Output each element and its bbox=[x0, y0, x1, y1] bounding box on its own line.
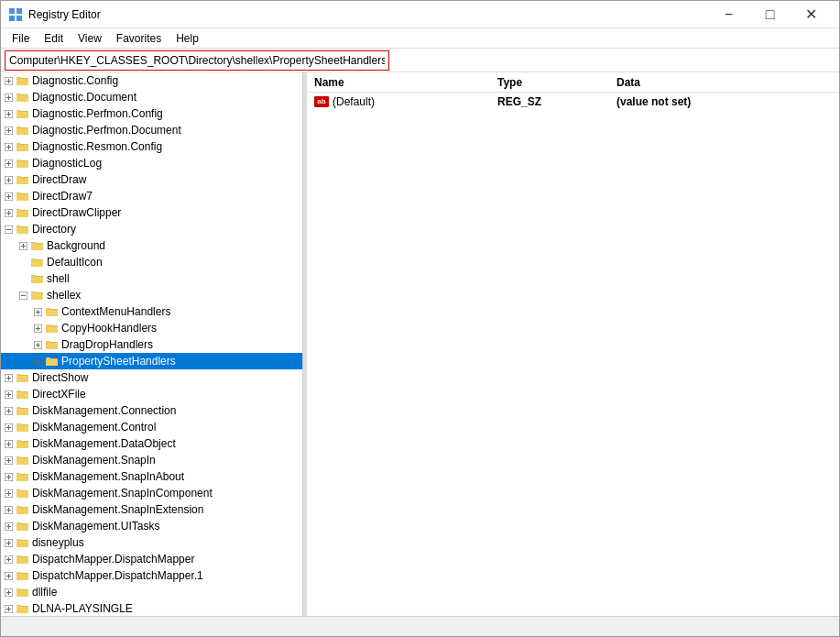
menu-item-view[interactable]: View bbox=[71, 30, 109, 47]
tree-label-diag-config: Diagnostic.Config bbox=[32, 74, 118, 87]
expand-btn-diskmanage-snapinext[interactable] bbox=[1, 502, 16, 517]
svg-rect-109 bbox=[16, 376, 28, 382]
expand-btn-background[interactable] bbox=[16, 238, 30, 253]
expand-btn-propertysheet[interactable] bbox=[30, 354, 45, 368]
detail-row[interactable]: ab(Default)REG_SZ(value not set) bbox=[307, 93, 839, 111]
expand-btn-diskmanage-data[interactable] bbox=[1, 436, 16, 451]
svg-rect-45 bbox=[16, 178, 28, 184]
folder-icon-diag-config bbox=[16, 74, 30, 87]
expand-btn-diag-doc[interactable] bbox=[1, 90, 16, 104]
tree-item-directory[interactable]: Directory bbox=[1, 221, 302, 237]
tree-item-dlna[interactable]: DLNA-PLAYSINGLE bbox=[1, 600, 302, 616]
tree-item-copyhook[interactable]: CopyHookHandlers bbox=[1, 320, 302, 336]
tree-label-diskmanage-ui: DiskManagement.UITasks bbox=[32, 520, 159, 533]
col-header-type: Type bbox=[497, 76, 616, 89]
expand-btn-directory[interactable] bbox=[1, 222, 16, 236]
tree-item-diskmanage-data[interactable]: DiskManagement.DataObject bbox=[1, 435, 302, 452]
tree-item-diag-doc[interactable]: Diagnostic.Document bbox=[1, 89, 302, 105]
tree-item-diaglog[interactable]: DiagnosticLog bbox=[1, 155, 302, 171]
expand-btn-diskmanage-ctrl[interactable] bbox=[1, 420, 16, 434]
tree-item-disneyplus[interactable]: disneyplus bbox=[1, 534, 302, 551]
tree-item-directdrawclipper[interactable]: DirectDrawClipper bbox=[1, 204, 302, 221]
address-input[interactable] bbox=[5, 50, 389, 71]
col-header-data: Data bbox=[616, 76, 832, 89]
tree-item-defaulticon[interactable]: DefaultIcon bbox=[1, 254, 302, 270]
tree-item-background[interactable]: Background bbox=[1, 237, 302, 254]
svg-rect-21 bbox=[16, 112, 28, 118]
tree-item-diskmanage-snapincomp[interactable]: DiskManagement.SnapInComponent bbox=[1, 485, 302, 501]
folder-icon-dragdrop bbox=[45, 338, 60, 351]
tree-item-diskmanage-ctrl[interactable]: DiskManagement.Control bbox=[1, 419, 302, 435]
tree-item-diag-resmon[interactable]: Diagnostic.Resmon.Config bbox=[1, 138, 302, 155]
folder-icon-diag-resmon bbox=[16, 140, 30, 153]
tree-label-directxfile: DirectXFile bbox=[32, 388, 86, 401]
expand-btn-disneyplus[interactable] bbox=[1, 535, 16, 550]
svg-rect-9 bbox=[16, 79, 28, 85]
svg-rect-187 bbox=[16, 590, 28, 597]
tree-item-directdraw[interactable]: DirectDraw bbox=[1, 171, 302, 188]
menu-item-favorites[interactable]: Favorites bbox=[109, 30, 169, 47]
minimize-button[interactable]: − bbox=[708, 1, 749, 28]
tree-item-directxfile[interactable]: DirectXFile bbox=[1, 386, 302, 402]
tree-label-dragdrop: DragDropHandlers bbox=[61, 338, 153, 351]
tree-item-shellex[interactable]: shellex bbox=[1, 287, 302, 303]
expand-btn-diag-resmon[interactable] bbox=[1, 139, 16, 154]
expand-btn-diskmanage-snapincomp[interactable] bbox=[1, 486, 16, 500]
tree-item-diag-perfmon-doc[interactable]: Diagnostic.Perfmon.Document bbox=[1, 122, 302, 138]
tree-item-dispatch-mapper[interactable]: DispatchMapper.DispatchMapper bbox=[1, 551, 302, 567]
folder-icon-dispatch-mapper bbox=[16, 553, 30, 566]
menu-bar: FileEditViewFavoritesHelp bbox=[1, 28, 839, 49]
expand-btn-diaglog[interactable] bbox=[1, 156, 16, 170]
tree-label-background: Background bbox=[47, 239, 105, 252]
tree-item-diskmanage-snapin[interactable]: DiskManagement.SnapIn bbox=[1, 452, 302, 468]
tree-label-directdrawclipper: DirectDrawClipper bbox=[32, 206, 121, 219]
tree-item-diskmanage-conn[interactable]: DiskManagement.Connection bbox=[1, 402, 302, 419]
maximize-button[interactable]: □ bbox=[749, 1, 791, 28]
tree-item-directdraw7[interactable]: DirectDraw7 bbox=[1, 188, 302, 204]
expand-btn-dllfile[interactable] bbox=[1, 585, 16, 599]
tree-item-diskmanage-ui[interactable]: DiskManagement.UITasks bbox=[1, 518, 302, 534]
tree-label-diskmanage-snapinext: DiskManagement.SnapInExtension bbox=[32, 503, 203, 516]
tree-label-directdraw: DirectDraw bbox=[32, 173, 86, 186]
expand-btn-directshow[interactable] bbox=[1, 370, 16, 385]
expand-btn-diskmanage-ui[interactable] bbox=[1, 519, 16, 533]
close-button[interactable]: ✕ bbox=[791, 1, 832, 28]
tree-item-dispatch-mapper2[interactable]: DispatchMapper.DispatchMapper.1 bbox=[1, 567, 302, 584]
tree-label-dllfile: dllfile bbox=[32, 586, 57, 599]
svg-rect-121 bbox=[16, 409, 28, 415]
svg-rect-39 bbox=[16, 161, 28, 168]
expand-btn-diskmanage-snapin[interactable] bbox=[1, 453, 16, 467]
tree-pane[interactable]: Diagnostic.Config Diagnostic.Document Di… bbox=[1, 72, 303, 616]
tree-item-propertysheet[interactable]: PropertySheetHandlers bbox=[1, 353, 302, 369]
expand-btn-directdraw[interactable] bbox=[1, 172, 16, 187]
expand-btn-diskmanage-conn[interactable] bbox=[1, 403, 16, 418]
tree-item-diag-config[interactable]: Diagnostic.Config bbox=[1, 72, 302, 89]
expand-btn-shellex[interactable] bbox=[16, 288, 30, 302]
expand-btn-dlna[interactable] bbox=[1, 601, 16, 616]
expand-btn-dragdrop[interactable] bbox=[30, 337, 45, 352]
tree-label-dlna: DLNA-PLAYSINGLE bbox=[32, 602, 133, 615]
expand-btn-dispatch-mapper2[interactable] bbox=[1, 568, 16, 583]
expand-btn-contextmenu[interactable] bbox=[30, 304, 45, 319]
expand-btn-dispatch-mapper[interactable] bbox=[1, 552, 16, 566]
menu-item-edit[interactable]: Edit bbox=[37, 30, 71, 47]
tree-item-contextmenu[interactable]: ContextMenuHandlers bbox=[1, 303, 302, 320]
tree-item-dllfile[interactable]: dllfile bbox=[1, 584, 302, 600]
expand-btn-copyhook[interactable] bbox=[30, 321, 45, 335]
expand-btn-diag-perfmon-doc[interactable] bbox=[1, 123, 16, 137]
tree-item-shell[interactable]: shell bbox=[1, 270, 302, 287]
menu-item-help[interactable]: Help bbox=[169, 30, 206, 47]
tree-item-dragdrop[interactable]: DragDropHandlers bbox=[1, 336, 302, 353]
expand-btn-directxfile[interactable] bbox=[1, 387, 16, 401]
expand-btn-diskmanage-snapinabout[interactable] bbox=[1, 469, 16, 484]
tree-item-diskmanage-snapinext[interactable]: DiskManagement.SnapInExtension bbox=[1, 501, 302, 518]
tree-item-directshow[interactable]: DirectShow bbox=[1, 369, 302, 386]
menu-item-file[interactable]: File bbox=[5, 30, 37, 47]
expand-btn-diag-perfmon[interactable] bbox=[1, 106, 16, 121]
tree-item-diskmanage-snapinabout[interactable]: DiskManagement.SnapInAbout bbox=[1, 468, 302, 485]
expand-btn-directdraw7[interactable] bbox=[1, 189, 16, 203]
tree-item-diag-perfmon[interactable]: Diagnostic.Perfmon.Config bbox=[1, 105, 302, 122]
folder-icon-diskmanage-snapinext bbox=[16, 503, 30, 516]
expand-btn-diag-config[interactable] bbox=[1, 73, 16, 88]
expand-btn-directdrawclipper[interactable] bbox=[1, 205, 16, 220]
